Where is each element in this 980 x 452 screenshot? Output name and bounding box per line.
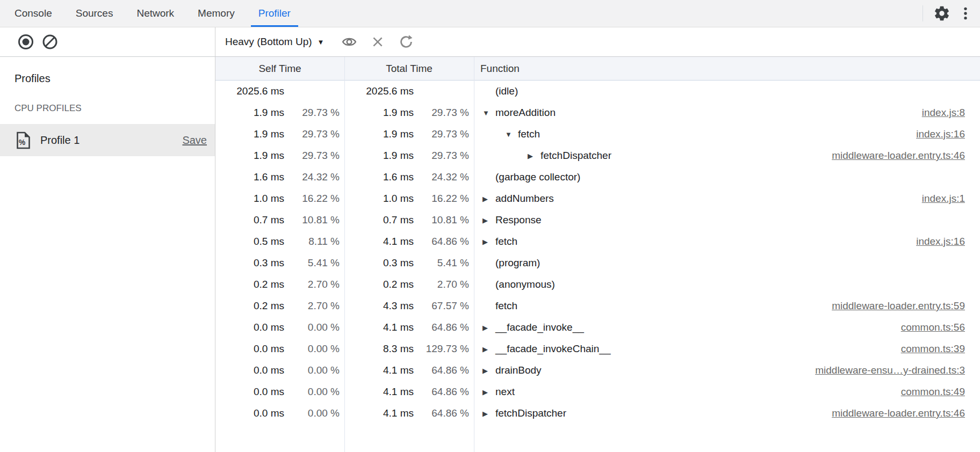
record-button[interactable] [16, 32, 36, 52]
table-row[interactable]: 0.3 ms5.41 %0.3 ms5.41 %(program) [215, 252, 980, 274]
source-location-link[interactable]: common.ts:49 [901, 386, 980, 398]
save-profile-link[interactable]: Save [182, 134, 207, 147]
self-time-cell: 0.0 ms0.00 % [215, 343, 344, 355]
table-row[interactable]: 1.0 ms16.22 %1.0 ms16.22 %▶addNumbersind… [215, 188, 980, 209]
function-name: (anonymous) [495, 279, 555, 290]
self-time-ms: 0.7 ms [215, 214, 287, 226]
total-time-cell: 0.7 ms10.81 % [344, 214, 474, 226]
table-row[interactable]: 1.9 ms29.73 %1.9 ms29.73 %▶fetchDispatch… [215, 145, 980, 166]
view-mode-dropdown[interactable]: Heavy (Bottom Up) ▼ [225, 36, 324, 48]
expand-expanded-icon[interactable]: ▼ [482, 110, 495, 116]
table-row[interactable]: 0.0 ms0.00 %8.3 ms129.73 %▶__facade_invo… [215, 338, 980, 360]
source-location-link[interactable]: middleware-loader.entry.ts:46 [832, 407, 980, 419]
table-row[interactable]: 0.0 ms0.00 %4.1 ms64.86 %▶fetchDispatche… [215, 403, 980, 424]
total-time-ms: 0.7 ms [344, 214, 417, 226]
self-time-ms: 0.2 ms [215, 279, 287, 290]
table-row[interactable]: 1.9 ms29.73 %1.9 ms29.73 %▼moreAdditioni… [215, 102, 980, 123]
source-location-link[interactable]: common.ts:39 [901, 343, 980, 355]
table-row[interactable]: 0.0 ms0.00 %4.1 ms64.86 %▶drainBodymiddl… [215, 360, 980, 381]
expand-collapsed-icon[interactable]: ▶ [482, 346, 495, 353]
expand-collapsed-icon[interactable]: ▶ [482, 389, 495, 396]
expand-collapsed-icon[interactable]: ▶ [482, 195, 495, 202]
column-header-function[interactable]: Function [474, 63, 980, 75]
source-location-link[interactable]: index.js:1 [922, 193, 980, 205]
profile-list-item-selected[interactable]: % Profile 1 Save [0, 124, 215, 156]
source-location-link[interactable]: middleware-loader.entry.ts:46 [832, 150, 980, 162]
self-time-cell: 0.2 ms2.70 % [215, 300, 344, 312]
source-location-link[interactable]: index.js:8 [922, 107, 980, 119]
total-time-ms: 8.3 ms [344, 343, 417, 355]
clear-profiles-button[interactable] [40, 32, 60, 52]
table-row[interactable]: 0.0 ms0.00 %4.1 ms64.86 %▶nextcommon.ts:… [215, 381, 980, 403]
total-time-cell: 1.0 ms16.22 % [344, 193, 474, 205]
more-options-button[interactable] [955, 3, 976, 24]
total-time-pct: 64.86 % [417, 236, 474, 247]
content-area: Profiles CPU PROFILES % Profile 1 Save S… [0, 57, 980, 452]
function-name: (garbage collector) [495, 171, 580, 183]
total-time-pct: 5.41 % [417, 257, 474, 269]
tab-profiler[interactable]: Profiler [247, 0, 302, 27]
expand-collapsed-icon[interactable]: ▶ [482, 217, 495, 224]
tabbar-divider [923, 5, 923, 21]
self-time-ms: 0.0 ms [215, 343, 287, 355]
total-time-pct: 24.32 % [417, 171, 474, 183]
table-row[interactable]: 0.5 ms8.11 %4.1 ms64.86 %▶fetchindex.js:… [215, 231, 980, 252]
refresh-button[interactable] [396, 32, 416, 52]
source-location-link[interactable]: index.js:16 [916, 128, 980, 140]
total-time-pct: 2.70 % [417, 279, 474, 290]
self-time-cell: 0.2 ms2.70 % [215, 279, 344, 290]
table-row[interactable]: 0.2 ms2.70 %4.3 ms67.57 %fetchmiddleware… [215, 295, 980, 317]
refresh-icon [398, 34, 414, 50]
table-row[interactable]: 2025.6 ms2025.6 ms(idle) [215, 81, 980, 102]
function-name: fetch [518, 128, 540, 140]
total-time-cell: 0.3 ms5.41 % [344, 257, 474, 269]
total-time-cell: 4.1 ms64.86 % [344, 322, 474, 333]
expand-collapsed-icon[interactable]: ▶ [482, 238, 495, 245]
settings-button[interactable] [932, 3, 952, 24]
tab-sources[interactable]: Sources [64, 0, 125, 27]
source-location-link[interactable]: index.js:16 [916, 236, 980, 247]
focus-preview-button[interactable] [339, 32, 359, 52]
self-time-ms: 1.9 ms [215, 128, 287, 140]
source-location-link[interactable]: middleware-loader.entry.ts:59 [832, 300, 980, 312]
table-row[interactable]: 0.0 ms0.00 %4.1 ms64.86 %▶__facade_invok… [215, 317, 980, 338]
total-time-cell: 1.9 ms29.73 % [344, 150, 474, 162]
self-time-cell: 1.0 ms16.22 % [215, 193, 344, 205]
total-time-cell: 4.1 ms64.86 % [344, 386, 474, 398]
self-time-pct: 0.00 % [287, 322, 344, 333]
self-time-pct: 10.81 % [287, 214, 344, 226]
table-row[interactable]: 0.7 ms10.81 %0.7 ms10.81 %▶Response [215, 209, 980, 231]
total-time-ms: 4.1 ms [344, 364, 417, 376]
expand-collapsed-icon[interactable]: ▶ [528, 152, 541, 159]
function-name: drainBody [495, 364, 542, 376]
tab-memory[interactable]: Memory [186, 0, 247, 27]
table-row[interactable]: 1.6 ms24.32 %1.6 ms24.32 %(garbage colle… [215, 166, 980, 188]
self-time-cell: 0.5 ms8.11 % [215, 236, 344, 247]
self-time-ms: 1.6 ms [215, 171, 287, 183]
column-header-self-time[interactable]: Self Time [215, 63, 344, 75]
self-time-pct: 2.70 % [287, 279, 344, 290]
expand-collapsed-icon[interactable]: ▶ [482, 324, 495, 331]
table-body: 2025.6 ms2025.6 ms(idle)1.9 ms29.73 %1.9… [215, 81, 980, 424]
tab-network[interactable]: Network [125, 0, 186, 27]
table-row[interactable]: 0.2 ms2.70 %0.2 ms2.70 %(anonymous) [215, 274, 980, 295]
delete-profile-button[interactable] [367, 32, 388, 52]
self-time-ms: 1.9 ms [215, 150, 287, 162]
function-cell: ▼moreAdditionindex.js:8 [474, 107, 980, 119]
tab-console[interactable]: Console [3, 0, 64, 27]
function-name: Response [495, 214, 542, 226]
total-time-cell: 2025.6 ms [344, 85, 474, 97]
function-cell: ▶fetchDispatchermiddleware-loader.entry.… [474, 150, 980, 162]
total-time-cell: 4.1 ms64.86 % [344, 364, 474, 376]
source-location-link[interactable]: middleware-ensu…y-drained.ts:3 [815, 364, 980, 376]
column-header-total-time[interactable]: Total Time [344, 63, 474, 75]
expand-expanded-icon[interactable]: ▼ [505, 131, 518, 138]
expand-collapsed-icon[interactable]: ▶ [482, 367, 495, 374]
function-cell: ▶nextcommon.ts:49 [474, 386, 980, 398]
expand-collapsed-icon[interactable]: ▶ [482, 410, 495, 417]
source-location-link[interactable]: common.ts:56 [901, 322, 980, 333]
table-row[interactable]: 1.9 ms29.73 %1.9 ms29.73 %▼fetchindex.js… [215, 123, 980, 145]
self-time-pct: 16.22 % [287, 193, 344, 205]
self-time-pct: 24.32 % [287, 171, 344, 183]
self-time-ms: 0.5 ms [215, 236, 287, 247]
